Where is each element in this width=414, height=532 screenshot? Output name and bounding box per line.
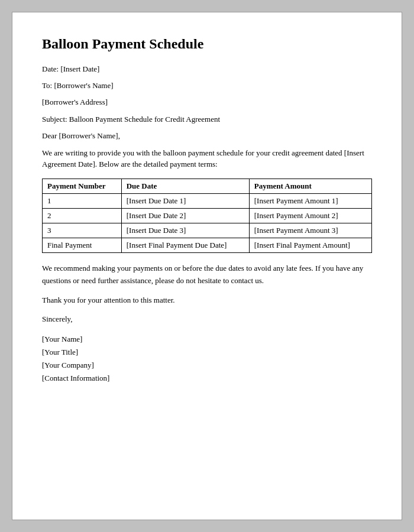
document-title: Balloon Payment Schedule [42, 36, 372, 52]
intro-paragraph: We are writing to provide you with the b… [42, 147, 372, 170]
signer-company: [Your Company] [42, 359, 372, 372]
col-header-payment-amount: Payment Amount [249, 179, 371, 193]
closing-paragraph: We recommend making your payments on or … [42, 262, 372, 287]
thank-you: Thank you for your attention to this mat… [42, 294, 372, 307]
col-header-due-date: Due Date [121, 179, 249, 193]
table-cell-1-1: [Insert Due Date 2] [121, 208, 249, 223]
col-header-payment-number: Payment Number [43, 179, 122, 193]
table-cell-1-0: 2 [43, 208, 122, 223]
signer-name: [Your Name] [42, 333, 372, 346]
table-cell-2-1: [Insert Due Date 3] [121, 223, 249, 238]
table-row: 3[Insert Due Date 3][Insert Payment Amou… [43, 223, 372, 238]
closing-block: We recommend making your payments on or … [42, 262, 372, 326]
table-cell-0-1: [Insert Due Date 1] [121, 193, 249, 208]
sincerely: Sincerely, [42, 313, 372, 326]
salutation: Dear [Borrower's Name], [42, 131, 372, 141]
payment-table: Payment Number Due Date Payment Amount 1… [42, 179, 372, 253]
table-cell-3-0: Final Payment [43, 238, 122, 252]
subject-field: Subject: Balloon Payment Schedule for Cr… [42, 114, 372, 125]
table-cell-2-0: 3 [43, 223, 122, 238]
table-row: 1[Insert Due Date 1][Insert Payment Amou… [43, 193, 372, 208]
signer-contact: [Contact Information] [42, 372, 372, 385]
document-page: Balloon Payment Schedule Date: [Insert D… [12, 12, 402, 520]
to-field: To: [Borrower's Name] [42, 80, 372, 91]
table-cell-0-0: 1 [43, 193, 122, 208]
table-header-row: Payment Number Due Date Payment Amount [43, 179, 372, 193]
table-row: 2[Insert Due Date 2][Insert Payment Amou… [43, 208, 372, 223]
table-cell-3-1: [Insert Final Payment Due Date] [121, 238, 249, 252]
signature-block: [Your Name] [Your Title] [Your Company] … [42, 333, 372, 385]
date-field: Date: [Insert Date] [42, 64, 372, 74]
table-cell-0-2: [Insert Payment Amount 1] [249, 193, 371, 208]
table-cell-1-2: [Insert Payment Amount 2] [249, 208, 371, 223]
table-cell-3-2: [Insert Final Payment Amount] [249, 238, 371, 252]
table-cell-2-2: [Insert Payment Amount 3] [249, 223, 371, 238]
address-field: [Borrower's Address] [42, 97, 372, 108]
table-row: Final Payment[Insert Final Payment Due D… [43, 238, 372, 252]
signer-title: [Your Title] [42, 346, 372, 359]
